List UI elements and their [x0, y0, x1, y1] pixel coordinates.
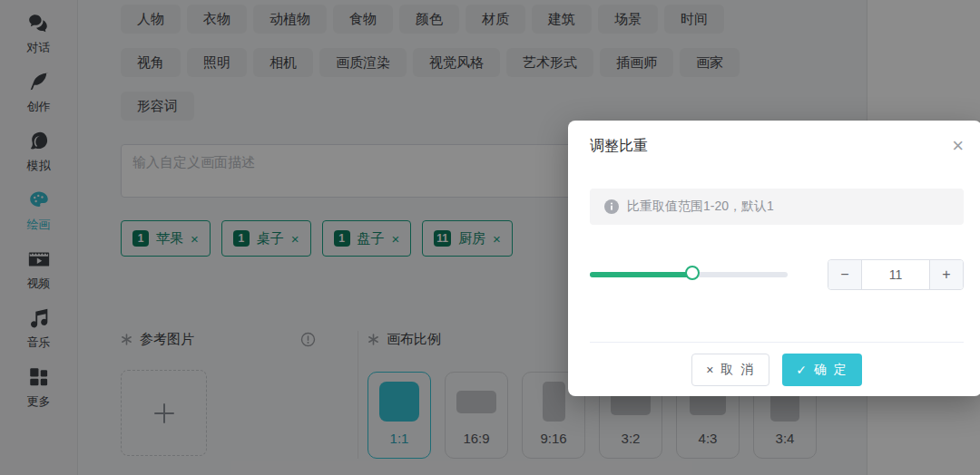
- confirm-button[interactable]: ✓确 定: [782, 354, 862, 386]
- slider-handle[interactable]: [685, 266, 700, 280]
- confirm-label: 确 定: [814, 362, 848, 378]
- modal-header: 调整比重 ×: [568, 121, 980, 171]
- weight-slider[interactable]: [590, 266, 788, 284]
- cancel-label: 取 消: [720, 362, 755, 378]
- slider-fill: [590, 272, 694, 277]
- modal-footer: ×取 消 ✓确 定: [590, 342, 964, 386]
- weight-value-input[interactable]: [862, 260, 929, 289]
- info-filled-icon: [604, 199, 619, 214]
- info-banner-text: 比重取值范围1-20，默认1: [627, 199, 774, 215]
- modal-title: 调整比重: [590, 137, 648, 156]
- info-banner: 比重取值范围1-20，默认1: [590, 189, 964, 225]
- weight-stepper: − +: [828, 259, 964, 290]
- cancel-button[interactable]: ×取 消: [691, 354, 769, 386]
- close-icon[interactable]: ×: [952, 136, 964, 156]
- increase-button[interactable]: +: [929, 260, 963, 289]
- decrease-button[interactable]: −: [828, 260, 862, 289]
- x-icon: ×: [706, 363, 715, 377]
- check-icon: ✓: [796, 363, 808, 377]
- modal-body: 比重取值范围1-20，默认1 − + ×取 消 ✓确 定: [568, 189, 980, 386]
- weight-controls: − +: [590, 259, 964, 290]
- adjust-weight-modal: 调整比重 × 比重取值范围1-20，默认1 − + ×取: [568, 121, 980, 396]
